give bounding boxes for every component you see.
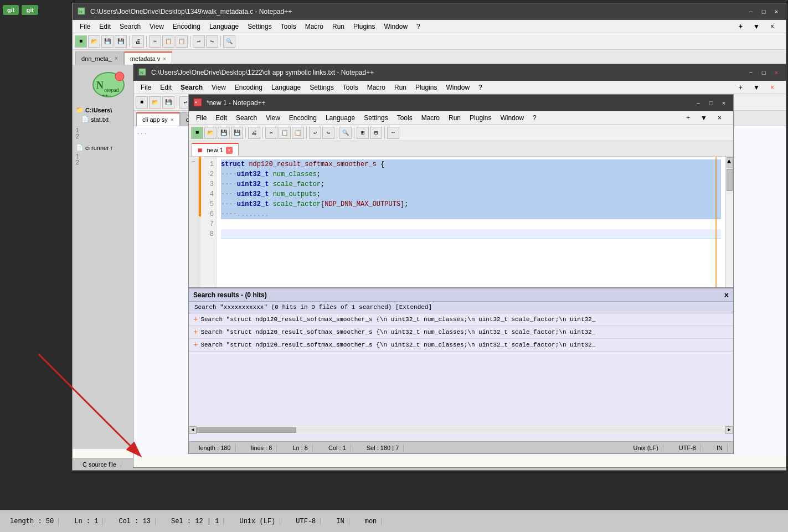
new-tab-btn-1[interactable]: + <box>734 22 747 32</box>
expand-icon-3[interactable]: + <box>193 340 198 349</box>
tb-copy-1[interactable]: 📋 <box>162 35 174 48</box>
tb-redo-1[interactable]: ↪ <box>206 35 218 48</box>
menu-view-1[interactable]: View <box>145 22 168 32</box>
new-tab-btn-2[interactable]: + <box>734 82 747 92</box>
menu-search-1[interactable]: Search <box>115 22 145 32</box>
window1-close[interactable]: × <box>771 7 781 17</box>
tb-zoom2-3[interactable]: ⊟ <box>370 127 382 139</box>
menu-plugins-3[interactable]: Plugins <box>465 113 496 123</box>
menu-tools-1[interactable]: Tools <box>276 22 301 32</box>
hscroll-right[interactable]: ► <box>725 426 733 434</box>
tab-new1[interactable]: ■ new 1 × <box>192 143 239 156</box>
tb-open-2[interactable]: 📂 <box>149 96 161 109</box>
menu-tools-2[interactable]: Tools <box>338 82 363 92</box>
menu-file-1[interactable]: File <box>75 22 95 32</box>
tb-copy-3[interactable]: 📋 <box>279 127 291 139</box>
tb-paste-3[interactable]: 📋 <box>292 127 304 139</box>
hscroll-thumb[interactable] <box>197 427 296 433</box>
menu-edit-3[interactable]: Edit <box>211 113 231 123</box>
menu-macro-2[interactable]: Macro <box>363 82 390 92</box>
window2-minimize[interactable]: − <box>746 68 756 78</box>
tb-zoom-3[interactable]: ⊞ <box>357 127 369 139</box>
close-btn-1[interactable]: × <box>766 22 779 32</box>
menu-help-2[interactable]: ? <box>474 82 487 92</box>
tab-list-btn-1[interactable]: ▼ <box>749 22 764 32</box>
tb-cut-1[interactable]: ✂ <box>149 35 161 48</box>
menu-macro-3[interactable]: Macro <box>417 113 444 123</box>
hscrollbar-3[interactable]: ◄ ► <box>189 426 733 433</box>
menu-encoding-3[interactable]: Encoding <box>285 113 321 123</box>
fold-1[interactable]: − <box>189 157 198 167</box>
menu-edit-2[interactable]: Edit <box>156 82 176 92</box>
tb-undo-1[interactable]: ↩ <box>193 35 205 48</box>
tb-new-2[interactable]: ■ <box>136 96 148 109</box>
menu-view-3[interactable]: View <box>261 113 285 123</box>
close-btn-2[interactable]: × <box>766 82 779 92</box>
tb-open-3[interactable]: 📂 <box>204 127 217 139</box>
hscroll-left[interactable]: ◄ <box>189 426 197 434</box>
search-results-close[interactable]: × <box>724 291 729 299</box>
menu-tools-3[interactable]: Tools <box>393 113 417 123</box>
tb-print-3[interactable]: 🖨 <box>248 127 260 139</box>
tb-cut-3[interactable]: ✂ <box>265 127 277 139</box>
expand-icon-1[interactable]: + <box>193 315 198 324</box>
code-line-8[interactable] <box>221 229 721 239</box>
tab-dnn-meta[interactable]: dnn_meta_ × <box>75 51 124 65</box>
tb-find-3[interactable]: 🔍 <box>339 127 352 139</box>
tab-cli-sy[interactable]: cli app sy × <box>136 112 180 126</box>
close-btn-3[interactable]: × <box>713 113 726 123</box>
tb-undo-3[interactable]: ↩ <box>309 127 321 139</box>
menu-window-1[interactable]: Window <box>379 22 412 32</box>
menu-edit-1[interactable]: Edit <box>95 22 115 32</box>
tb-save-all-1[interactable]: 💾 <box>115 35 127 48</box>
menu-plugins-2[interactable]: Plugins <box>411 82 441 92</box>
tab-metadata[interactable]: metadata v × <box>124 51 172 65</box>
menu-settings-1[interactable]: Settings <box>243 22 276 32</box>
tab-list-btn-3[interactable]: ▼ <box>696 113 712 123</box>
tab-cli-sy-close[interactable]: × <box>171 117 174 123</box>
window1-minimize[interactable]: − <box>746 7 756 17</box>
menu-language-3[interactable]: Language <box>321 113 359 123</box>
git-button-2[interactable]: git <box>22 5 38 15</box>
menu-view-2[interactable]: View <box>207 82 230 92</box>
menu-window-3[interactable]: Window <box>496 113 528 123</box>
window2-close[interactable]: × <box>771 68 781 78</box>
tb-open-1[interactable]: 📂 <box>88 35 100 48</box>
tb-print-1[interactable]: 🖨 <box>132 35 144 48</box>
tb-redo-3[interactable]: ↪ <box>322 127 334 139</box>
menu-language-1[interactable]: Language <box>205 22 243 32</box>
menu-file-2[interactable]: File <box>136 82 156 92</box>
tab-list-btn-2[interactable]: ▼ <box>749 82 764 92</box>
menu-encoding-2[interactable]: Encoding <box>230 82 267 92</box>
tb-new-3[interactable]: ■ <box>191 127 203 139</box>
menu-encoding-1[interactable]: Encoding <box>168 22 205 32</box>
menu-settings-3[interactable]: Settings <box>359 113 392 123</box>
menu-search-3[interactable]: Search <box>231 113 261 123</box>
git-button-1[interactable]: git <box>3 5 19 15</box>
scroll-up-3[interactable]: ▲ <box>727 157 733 168</box>
tb-new-1[interactable]: ■ <box>75 35 87 48</box>
window3-minimize[interactable]: − <box>693 98 703 108</box>
window1-maximize[interactable]: □ <box>759 7 769 17</box>
tb-save-all-3[interactable]: 💾 <box>231 127 243 139</box>
menu-run-3[interactable]: Run <box>444 113 465 123</box>
window2-maximize[interactable]: □ <box>759 68 769 78</box>
tab-dnn-meta-close[interactable]: × <box>115 55 118 61</box>
menu-run-2[interactable]: Run <box>390 82 411 92</box>
expand-icon-2[interactable]: + <box>193 328 198 337</box>
tab-new1-close[interactable]: × <box>226 147 233 154</box>
menu-settings-2[interactable]: Settings <box>305 82 338 92</box>
menu-plugins-1[interactable]: Plugins <box>349 22 379 32</box>
tb-save-2[interactable]: 💾 <box>162 96 174 109</box>
tb-find-1[interactable]: 🔍 <box>223 35 235 48</box>
tb-sync-3[interactable]: ↔ <box>387 127 399 139</box>
tb-save-3[interactable]: 💾 <box>218 127 230 139</box>
menu-run-1[interactable]: Run <box>328 22 349 32</box>
tab-metadata-close[interactable]: × <box>163 56 166 62</box>
menu-macro-1[interactable]: Macro <box>301 22 328 32</box>
menu-language-2[interactable]: Language <box>267 82 305 92</box>
menu-file-3[interactable]: File <box>192 113 211 123</box>
menu-window-2[interactable]: Window <box>441 82 474 92</box>
tb-paste-1[interactable]: 📋 <box>176 35 188 48</box>
window3-close[interactable]: × <box>719 98 729 108</box>
